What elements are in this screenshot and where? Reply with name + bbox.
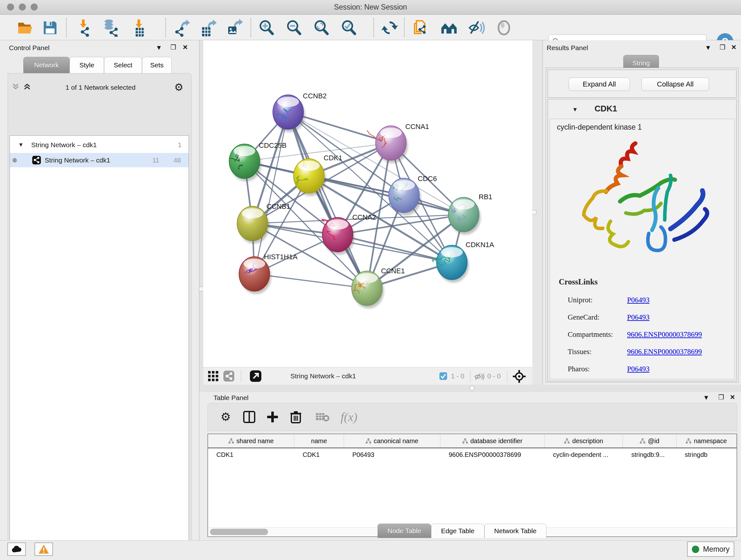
node-table[interactable]: shared namenamecanonical namedatabase id… [207, 434, 737, 537]
node-label-CCNA1: CCNA1 [405, 123, 429, 131]
crosslink-label: Tissues: [568, 348, 627, 356]
zoom-selected-button[interactable] [340, 18, 358, 37]
selected-checkbox-icon[interactable] [439, 372, 448, 380]
crosslink-link[interactable]: P06493 [627, 313, 650, 321]
export-network-button[interactable] [172, 18, 191, 37]
crosslink-link[interactable]: P06493 [627, 296, 650, 304]
horizontal-splitter-handle[interactable] [469, 386, 475, 391]
column-header-name[interactable]: name [294, 434, 344, 448]
control-panel-float-icon[interactable]: ❒ [171, 44, 176, 51]
memory-button[interactable]: Memory [687, 542, 734, 557]
zoom-out-button[interactable] [285, 18, 303, 37]
tab-sets[interactable]: Sets [142, 57, 172, 73]
save-session-button[interactable] [41, 18, 59, 37]
table-h-scrollbar-thumb[interactable] [210, 529, 268, 535]
entry-expander-icon[interactable]: ▼ [572, 106, 578, 113]
table-panel-collapse-icon[interactable]: ▼ [703, 394, 710, 401]
delete-column-trash-icon[interactable] [290, 411, 301, 423]
zoom-in-button[interactable] [257, 18, 276, 37]
collapse-all-button[interactable]: Collapse All [642, 78, 709, 91]
table-options-gear-icon[interactable]: ⚙ [220, 410, 231, 424]
tab-network[interactable]: Network [23, 57, 70, 73]
crosslink-row: Uniprot:P06493 [568, 292, 727, 309]
center-view-crosshair-icon[interactable] [512, 369, 526, 383]
right-splitter-handle[interactable] [532, 210, 537, 215]
left-splitter[interactable] [199, 40, 203, 385]
presentation-eye-icon [495, 19, 513, 37]
cloud-button[interactable] [7, 543, 26, 556]
edge-HIST1H1A-CCNB2[interactable] [254, 112, 288, 274]
results-panel-collapse-icon[interactable]: ▼ [705, 44, 711, 51]
node-RB1[interactable]: RB1 [448, 193, 492, 235]
create-column-plus-icon[interactable] [266, 411, 279, 423]
crosslink-link[interactable]: P06493 [627, 365, 650, 373]
edge-CCNB2-CCNE1[interactable] [288, 112, 367, 288]
collapse-all-networks-icon[interactable] [11, 82, 20, 91]
import-table-button[interactable] [130, 18, 149, 37]
control-panel-collapse-icon[interactable]: ▼ [156, 44, 162, 51]
toolbar-separator [251, 18, 251, 37]
cloud-icon [11, 545, 22, 553]
network-canvas[interactable]: CCNB2CCNA1CDC25BCDK1CDC6RB1CCNB1CCNA2CDK… [203, 40, 532, 367]
control-panel-close-icon[interactable]: ✕ [183, 44, 188, 51]
table-row[interactable]: CDK1CDK1P064939606.ENSP00000378699cyclin… [208, 448, 737, 461]
node-CCNE1[interactable]: CCNE1 [352, 267, 405, 308]
collection-expander-icon[interactable]: ▼ [18, 142, 23, 148]
results-panel-float-icon[interactable]: ❒ [720, 44, 725, 51]
hide-unhide-button[interactable] [467, 18, 486, 37]
network-edge-count: 48 [174, 157, 181, 164]
network-share-icon[interactable] [223, 370, 234, 382]
import-network-database-icon [102, 19, 120, 37]
hidden-eye-icon[interactable] [474, 373, 485, 381]
delete-table-icon[interactable] [316, 412, 330, 422]
function-builder-icon[interactable]: f(x) [340, 410, 357, 424]
column-header-shared-name[interactable]: shared name [208, 434, 294, 448]
open-session-button[interactable] [17, 18, 35, 37]
column-header-database-identifier[interactable]: database identifier [441, 434, 545, 448]
expand-all-button[interactable]: Expand All [569, 78, 630, 91]
table-panel-float-icon[interactable]: ❒ [718, 393, 724, 401]
string-home-button[interactable] [440, 18, 458, 37]
node-CCNB2[interactable]: CCNB2 [273, 92, 327, 132]
node-HIST1H1A[interactable]: HIST1H1A [239, 253, 297, 294]
horizontal-splitter[interactable] [199, 385, 741, 392]
birds-eye-grid-icon[interactable] [208, 371, 219, 381]
tab-style[interactable]: Style [70, 57, 104, 73]
results-panel-close-icon[interactable]: ✕ [731, 44, 737, 51]
open-in-browser-icon[interactable] [250, 370, 262, 382]
expand-all-networks-icon[interactable] [23, 82, 31, 91]
hidden-count: 0 - 0 [487, 372, 501, 380]
zoom-fit-button[interactable] [312, 18, 331, 37]
tab-select[interactable]: Select [104, 57, 142, 73]
share-document-button[interactable] [412, 18, 431, 37]
network-label: String Network – cdk1 [45, 157, 110, 164]
import-network-database-button[interactable] [102, 18, 120, 37]
crosslink-link[interactable]: 9606.ENSP00000378699 [627, 330, 702, 339]
refresh-button[interactable] [381, 18, 399, 37]
export-table-button[interactable] [199, 18, 218, 37]
column-header-canonical-name[interactable]: canonical name [344, 434, 441, 448]
crosslink-label: GeneCard: [568, 313, 627, 321]
network-options-gear-icon[interactable]: ⚙ [174, 81, 184, 93]
column-header-description[interactable]: description [545, 434, 623, 448]
crosslink-link[interactable]: 9606.ENSP00000378699 [627, 348, 702, 356]
tab-network-table[interactable]: Network Table [484, 523, 547, 538]
table-panel-close-icon[interactable]: ✕ [730, 393, 735, 401]
edge-CDK1-RB1[interactable] [309, 176, 464, 214]
network-edges [245, 112, 464, 288]
show-columns-icon[interactable] [243, 411, 256, 423]
column-label: shared name [237, 437, 274, 445]
warning-button[interactable] [35, 543, 53, 556]
tab-edge-table[interactable]: Edge Table [431, 523, 484, 538]
column-header--id[interactable]: @id [623, 434, 676, 448]
column-header-namespace[interactable]: namespace [677, 434, 737, 448]
export-image-icon [226, 19, 244, 37]
tab-node-table[interactable]: Node Table [378, 523, 431, 538]
network-row-selected[interactable]: String Network – cdk1 11 48 [10, 153, 189, 167]
presentation-eye-button[interactable] [495, 18, 513, 37]
export-image-button[interactable] [225, 18, 244, 37]
network-collection-row[interactable]: ▼ String Network – cdk1 1 [10, 138, 189, 152]
hide-unhide-icon [468, 19, 485, 37]
node-CCNA1[interactable]: CCNA1 [367, 123, 429, 163]
import-network-file-button[interactable] [75, 18, 94, 37]
